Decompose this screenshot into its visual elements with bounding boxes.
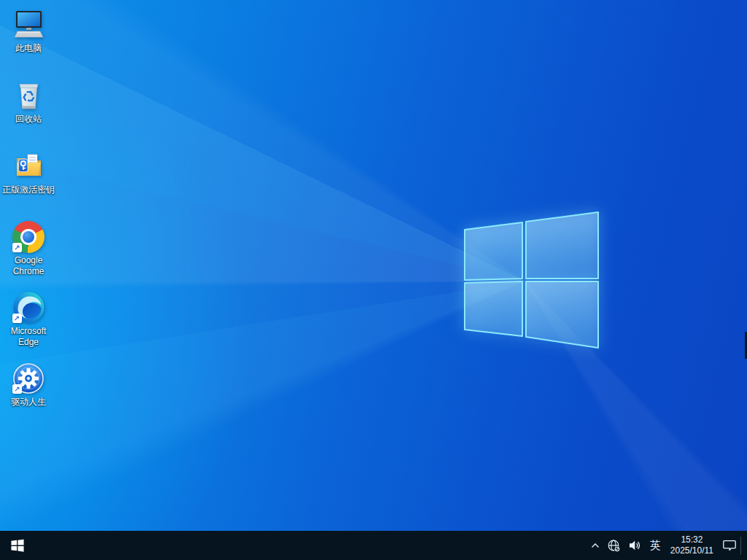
icon-label: 此电脑 bbox=[15, 43, 42, 54]
taskbar: 英 15:32 2025/10/11 bbox=[0, 531, 747, 560]
taskbar-empty-area bbox=[35, 531, 587, 560]
windows-logo-icon bbox=[9, 537, 26, 553]
icon-label: 回收站 bbox=[15, 114, 42, 125]
folder-key-icon bbox=[12, 147, 45, 182]
shortcut-arrow-icon: ↗ bbox=[12, 243, 22, 252]
globe-no-internet-icon bbox=[607, 539, 621, 553]
chevron-up-icon bbox=[591, 542, 600, 549]
wallpaper-light-rays bbox=[0, 0, 747, 560]
gear-badge-icon: ↗ bbox=[12, 359, 44, 394]
icon-label: Microsoft Edge bbox=[1, 326, 55, 348]
volume-button[interactable] bbox=[624, 531, 646, 560]
chrome-icon: ↗ bbox=[12, 218, 44, 253]
desktop-icon-activation-key-folder[interactable]: 正版激活密钥 bbox=[1, 147, 55, 195]
hidden-icons-chevron[interactable] bbox=[587, 531, 603, 560]
clock-time: 15:32 bbox=[681, 534, 703, 545]
shortcut-arrow-icon: ↗ bbox=[12, 314, 22, 323]
taskbar-clock[interactable]: 15:32 2025/10/11 bbox=[665, 531, 719, 560]
icon-label: 驱动人生 bbox=[11, 397, 46, 408]
network-status-button[interactable] bbox=[603, 531, 624, 560]
icon-label: 正版激活密钥 bbox=[2, 184, 55, 195]
desktop-icon-recycle-bin[interactable]: 回收站 bbox=[1, 77, 55, 125]
desktop-icon-driver-genius[interactable]: ↗ 驱动人生 bbox=[1, 359, 55, 408]
show-desktop-button[interactable] bbox=[741, 531, 747, 560]
windows-desktop: 此电脑 回收站 bbox=[0, 0, 747, 560]
notification-bubble-icon bbox=[722, 540, 737, 552]
ime-language-indicator[interactable]: 英 bbox=[646, 531, 665, 560]
desktop-icon-this-pc[interactable]: 此电脑 bbox=[1, 6, 55, 54]
system-tray: 英 15:32 2025/10/11 bbox=[587, 531, 747, 560]
desktop-icon-microsoft-edge[interactable]: ↗ Microsoft Edge bbox=[1, 289, 55, 348]
recycle-bin-icon bbox=[12, 77, 45, 112]
clock-date: 2025/10/11 bbox=[670, 545, 713, 556]
start-button[interactable] bbox=[0, 531, 35, 560]
desktop-icon-google-chrome[interactable]: ↗ Google Chrome bbox=[1, 218, 55, 277]
wallpaper-windows-logo bbox=[457, 205, 603, 354]
this-pc-icon bbox=[12, 6, 45, 41]
icon-label: Google Chrome bbox=[1, 255, 55, 277]
action-center-button[interactable] bbox=[719, 531, 740, 560]
shortcut-arrow-icon: ↗ bbox=[12, 384, 22, 394]
edge-icon: ↗ bbox=[12, 289, 45, 324]
speaker-icon bbox=[628, 539, 642, 552]
